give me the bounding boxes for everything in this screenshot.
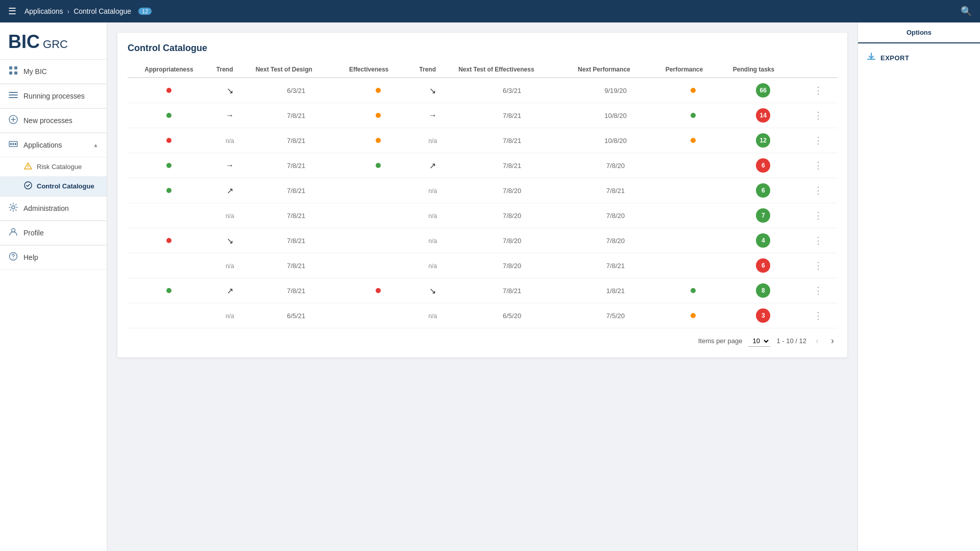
- cell-next-performance: 7/8/20: [572, 153, 659, 178]
- table-row: → 7/8/21 → 7/8/21 10/8/20 14 ⋮: [128, 103, 837, 128]
- search-icon[interactable]: 🔍: [961, 6, 972, 17]
- trend-value: n/a: [428, 212, 437, 220]
- cell-next-test-eff: 7/8/21: [452, 128, 572, 153]
- profile-label: Profile: [23, 229, 44, 237]
- cell-more[interactable]: ⋮: [800, 103, 837, 128]
- status-dot: [166, 288, 172, 293]
- next-page-button[interactable]: ›: [828, 334, 837, 347]
- sidebar-item-mybic[interactable]: My BIC: [0, 60, 107, 84]
- risk-catalogue-label: Risk Catalogue: [37, 163, 82, 171]
- panel-title: Control Catalogue: [128, 43, 837, 54]
- status-dot: [166, 88, 172, 93]
- sidebar-item-help[interactable]: Help: [0, 246, 107, 270]
- col-trend1: Trend: [210, 62, 250, 78]
- more-button[interactable]: ⋮: [811, 134, 826, 147]
- more-button[interactable]: ⋮: [811, 159, 826, 172]
- more-button[interactable]: ⋮: [811, 109, 826, 122]
- cell-next-test-design: 7/8/21: [250, 128, 343, 153]
- col-pending-tasks: Pending tasks: [727, 62, 800, 78]
- cell-next-test-eff: 7/8/21: [452, 278, 572, 303]
- status-dot: [376, 113, 381, 118]
- cell-performance: [659, 278, 727, 303]
- cell-performance: [659, 78, 727, 103]
- sidebar-item-applications[interactable]: Applications ▲: [0, 133, 107, 157]
- more-button[interactable]: ⋮: [811, 84, 826, 97]
- cell-effectiveness: [343, 103, 413, 128]
- page-info: 1 - 10 / 12: [776, 337, 806, 345]
- pending-badge: 3: [756, 308, 770, 323]
- cell-trend1: ↘: [210, 228, 250, 253]
- cell-more[interactable]: ⋮: [800, 178, 837, 203]
- tab-options[interactable]: Options: [858, 22, 980, 43]
- cell-appropriateness: [128, 203, 210, 228]
- cell-next-performance: 7/5/20: [572, 303, 659, 328]
- cell-pending: 14: [727, 103, 800, 128]
- trend-arrow: →: [226, 111, 234, 119]
- cell-more[interactable]: ⋮: [800, 203, 837, 228]
- pending-badge: 6: [756, 158, 770, 173]
- sidebar-item-profile[interactable]: Profile: [0, 221, 107, 245]
- cell-more[interactable]: ⋮: [800, 253, 837, 278]
- svg-point-13: [28, 167, 29, 169]
- sidebar-item-new-processes[interactable]: New processes: [0, 109, 107, 133]
- svg-rect-1: [14, 66, 17, 69]
- cell-trend2: ↘: [413, 78, 452, 103]
- applications-icon: [8, 139, 18, 151]
- breadcrumb-applications[interactable]: Applications: [24, 7, 63, 15]
- cell-appropriateness: [128, 153, 210, 178]
- cell-pending: 6: [727, 153, 800, 178]
- items-per-page-label: Items per page: [698, 337, 743, 345]
- trend-arrow: →: [429, 111, 437, 119]
- cell-trend2: n/a: [413, 253, 452, 278]
- table-row: ↗ 7/8/21 n/a 7/8/20 7/8/21 6 ⋮: [128, 178, 837, 203]
- cell-next-test-design: 7/8/21: [250, 103, 343, 128]
- items-per-page-select[interactable]: 10 25 50: [748, 336, 770, 347]
- sidebar-item-running-processes[interactable]: Running processes: [0, 84, 107, 108]
- cell-next-test-eff: 7/8/20: [452, 253, 572, 278]
- pending-badge: 8: [756, 283, 770, 298]
- cell-more[interactable]: ⋮: [800, 303, 837, 328]
- prev-page-button[interactable]: ‹: [813, 334, 822, 347]
- cell-appropriateness: [128, 103, 210, 128]
- table-row: n/a 7/8/21 n/a 7/8/21 10/8/20 12 ⋮: [128, 128, 837, 153]
- help-icon: [8, 252, 18, 263]
- trend-arrow: ↘: [227, 86, 233, 95]
- cell-next-test-design: 7/8/21: [250, 203, 343, 228]
- more-button[interactable]: ⋮: [811, 209, 826, 222]
- trend-value: n/a: [428, 237, 437, 245]
- cell-next-test-design: 7/8/21: [250, 253, 343, 278]
- more-button[interactable]: ⋮: [811, 284, 826, 297]
- help-label: Help: [23, 253, 38, 261]
- more-button[interactable]: ⋮: [811, 309, 826, 322]
- sidebar-item-administration[interactable]: Administration: [0, 197, 107, 221]
- sidebar-item-control-catalogue[interactable]: Control Catalogue: [0, 177, 107, 196]
- table-row: ↘ 6/3/21 ↘ 6/3/21 9/19/20 66 ⋮: [128, 78, 837, 103]
- pending-badge: 12: [756, 133, 770, 148]
- hamburger-menu[interactable]: ☰: [8, 6, 16, 17]
- breadcrumb: Applications › Control Catalogue 12: [24, 7, 152, 15]
- export-button[interactable]: EXPORT: [866, 52, 972, 64]
- more-button[interactable]: ⋮: [811, 234, 826, 247]
- more-button[interactable]: ⋮: [811, 184, 826, 197]
- table-scroll[interactable]: Appropriateness Trend Next Test of Desig…: [128, 62, 837, 328]
- svg-point-18: [13, 258, 14, 259]
- cell-more[interactable]: ⋮: [800, 128, 837, 153]
- sidebar-item-risk-catalogue[interactable]: Risk Catalogue: [0, 157, 107, 177]
- svg-rect-2: [9, 71, 12, 75]
- cell-more[interactable]: ⋮: [800, 78, 837, 103]
- cell-performance: [659, 153, 727, 178]
- cell-more[interactable]: ⋮: [800, 153, 837, 178]
- cell-more[interactable]: ⋮: [800, 228, 837, 253]
- cell-trend2: →: [413, 103, 452, 128]
- cell-pending: 3: [727, 303, 800, 328]
- col-next-test-design: Next Test of Design: [250, 62, 343, 78]
- cell-pending: 8: [727, 278, 800, 303]
- pending-badge: 6: [756, 258, 770, 273]
- cell-effectiveness: [343, 253, 413, 278]
- status-dot: [166, 238, 172, 243]
- cell-next-test-eff: 7/8/20: [452, 203, 572, 228]
- cell-more[interactable]: ⋮: [800, 278, 837, 303]
- svg-rect-5: [9, 94, 18, 95]
- profile-icon: [8, 227, 18, 238]
- more-button[interactable]: ⋮: [811, 259, 826, 272]
